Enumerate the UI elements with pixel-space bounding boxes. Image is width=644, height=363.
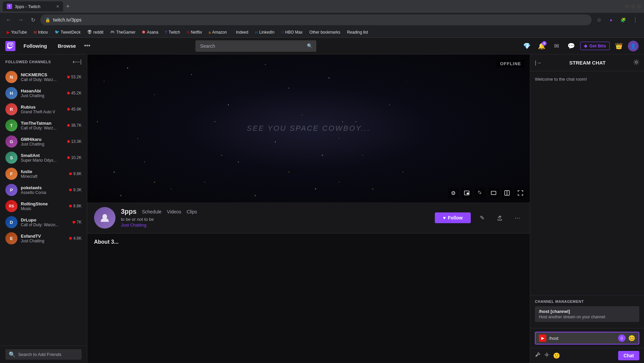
list-item[interactable]: T TimTheTatman Call of Duty: Warz... 38.… xyxy=(0,117,87,133)
svg-rect-1 xyxy=(10,44,10,46)
more-button[interactable]: ⋮ xyxy=(631,15,640,25)
channel-lower: About 3... xyxy=(87,234,530,363)
channel-avatar-large xyxy=(94,207,116,229)
bookmark-amazon[interactable]: a Amazon xyxy=(206,29,230,35)
video-theater-button[interactable] xyxy=(488,188,499,198)
user-avatar-nav[interactable]: 👤 xyxy=(628,41,639,51)
chat-settings-gear-icon[interactable] xyxy=(544,352,550,359)
bookmark-thegamer[interactable]: 🎮 TheGamer xyxy=(107,29,138,35)
chat-video-icon: ▶ xyxy=(539,334,546,342)
bookmark-inbox[interactable]: M Inbox xyxy=(31,29,51,35)
bookmark-other[interactable]: Other bookmarks xyxy=(307,29,343,35)
activity-feed-button[interactable]: 💬 xyxy=(565,40,577,52)
live-indicator xyxy=(69,172,72,175)
bookmark-button[interactable]: ☆ xyxy=(594,15,604,25)
url-bar[interactable]: 🔒 twitch.tv/3pps xyxy=(40,14,592,25)
share-channel-button[interactable] xyxy=(494,212,506,224)
chat-emoji-button[interactable]: 😊 xyxy=(628,335,635,342)
svg-point-18 xyxy=(255,195,256,196)
bookmark-hbomax[interactable]: H HBO Max xyxy=(278,29,305,35)
video-crop-button[interactable] xyxy=(475,188,486,198)
bookmark-twitch[interactable]: T Twitch xyxy=(162,29,183,35)
bookmark-asana[interactable]: ⬟ Asana xyxy=(139,29,161,35)
list-item[interactable]: RS RollingStone Music 8.8K xyxy=(0,198,87,214)
list-item[interactable]: S SmallAnt Super Mario Odys... 10.2K xyxy=(0,150,87,166)
chat-input-field[interactable] xyxy=(549,336,615,341)
video-pip-button[interactable] xyxy=(461,188,472,198)
channel-management-title: CHANNEL MANAGEMENT xyxy=(535,299,639,304)
chat-send-button[interactable]: Chat xyxy=(618,351,639,360)
bookmark-tweetdeck[interactable]: 🐦 TweetDeck xyxy=(52,29,83,35)
channel-schedule-link[interactable]: Schedule xyxy=(142,209,162,214)
chat-welcome-message: Welcome to the chat room! xyxy=(535,77,587,82)
chat-emote-button[interactable]: 🙂 xyxy=(553,352,560,359)
nav-following[interactable]: Following xyxy=(21,42,50,50)
bookmark-reddit[interactable]: 👽 reddit xyxy=(85,29,106,35)
channel-tag[interactable]: Just Chatting xyxy=(121,223,146,228)
svg-point-6 xyxy=(228,105,229,106)
new-tab-button[interactable]: + xyxy=(63,2,73,11)
messages-button[interactable]: ✉ xyxy=(551,40,562,52)
svg-point-25 xyxy=(275,142,276,143)
twitch-logo[interactable] xyxy=(5,41,15,51)
chat-pin-icon[interactable] xyxy=(535,352,541,359)
video-splitview-button[interactable] xyxy=(502,188,512,198)
chat-bottom-bar: 🙂 Chat xyxy=(530,348,644,363)
chat-settings-button[interactable] xyxy=(633,59,639,67)
window-close[interactable] xyxy=(637,4,641,9)
bookmark-youtube[interactable]: ▶ YouTube xyxy=(4,29,30,35)
follow-button[interactable]: ♥ Follow xyxy=(435,212,471,223)
chat-input-box: ▶ G 😊 xyxy=(535,332,639,345)
add-friends-label: Search to Add Friends xyxy=(18,352,61,357)
list-item[interactable]: H HasanAbi Just Chatting 45.2K xyxy=(0,85,87,101)
search-button[interactable]: 🔍 xyxy=(303,40,316,52)
bookmark-reading[interactable]: Reading list xyxy=(344,29,371,35)
bookmark-indeed[interactable]: I Indeed xyxy=(231,29,251,35)
edit-channel-button[interactable]: ✎ xyxy=(476,212,488,224)
chat-collapse-button[interactable]: |→ xyxy=(535,60,542,66)
list-item[interactable]: E EsfandTV Just Chatting 4.6K xyxy=(0,230,87,246)
add-friends-button[interactable]: 🔍 Search to Add Friends xyxy=(5,349,82,360)
bits-diamond-icon: ◆ xyxy=(584,43,587,48)
search-icon: 🔍 xyxy=(9,351,15,358)
svg-point-10 xyxy=(356,121,356,122)
avatar: F xyxy=(5,168,17,180)
tab-close-button[interactable]: × xyxy=(56,4,59,9)
bookmark-linkedin[interactable]: in LinkedIn xyxy=(252,29,277,35)
list-item[interactable]: G GMHikaru Just Chatting 13.3K xyxy=(0,133,87,150)
reload-button[interactable]: ↻ xyxy=(28,15,38,25)
channel-videos-link[interactable]: Videos xyxy=(167,209,181,214)
svg-point-31 xyxy=(221,155,222,156)
list-item[interactable]: N NICKMERCS Call of Duty: Warz... 53.2K xyxy=(0,69,87,85)
back-button[interactable]: ← xyxy=(4,15,13,25)
extension-button[interactable]: 🧩 xyxy=(618,15,628,25)
notification-badge: 6 xyxy=(542,41,547,46)
list-item[interactable]: P pokelawls Assetto Corsa 9.3K xyxy=(0,182,87,198)
get-bits-button[interactable]: ◆ Get Bits xyxy=(580,42,610,50)
profile-button[interactable]: ● xyxy=(606,15,616,25)
channel-clips-link[interactable]: Clips xyxy=(187,209,197,214)
list-item[interactable]: R Rubius Grand Theft Auto V 45.9K xyxy=(0,101,87,117)
search-input[interactable] xyxy=(195,40,316,52)
prime-button[interactable]: 👑 xyxy=(613,40,625,52)
channel-more-button[interactable]: ⋯ xyxy=(511,212,523,224)
list-item[interactable]: D DrLupo Call of Duty: Warzo... 7K xyxy=(0,214,87,230)
nav-browse[interactable]: Browse xyxy=(55,42,79,50)
bits-icon-button[interactable]: 💎 xyxy=(521,40,533,52)
svg-point-11 xyxy=(322,155,323,156)
chat-user-avatar: G xyxy=(618,334,626,342)
video-settings-button[interactable]: ⚙ xyxy=(448,188,459,198)
video-fullscreen-button[interactable] xyxy=(515,188,526,198)
list-item[interactable]: F fuslie Minecraft 9.8K xyxy=(0,166,87,182)
nav-more-button[interactable]: ••• xyxy=(84,42,90,49)
live-indicator xyxy=(67,92,70,94)
notifications-button[interactable]: 🔔 6 xyxy=(536,40,547,52)
sidebar-collapse-button[interactable]: ⟵| xyxy=(73,58,82,65)
bookmark-netflix[interactable]: N Netflix xyxy=(184,29,204,35)
app-layout: Following Browse ••• 🔍 💎 🔔 6 ✉ 💬 ◆ Get B… xyxy=(0,38,644,363)
forward-button[interactable]: → xyxy=(16,15,26,25)
browser-tab[interactable]: T 3pps - Twitch × xyxy=(3,1,63,11)
window-minimize[interactable] xyxy=(625,4,629,9)
autocomplete-host-command[interactable]: /host [channel] Host another stream on y… xyxy=(535,306,639,322)
window-maximize[interactable] xyxy=(631,4,635,9)
